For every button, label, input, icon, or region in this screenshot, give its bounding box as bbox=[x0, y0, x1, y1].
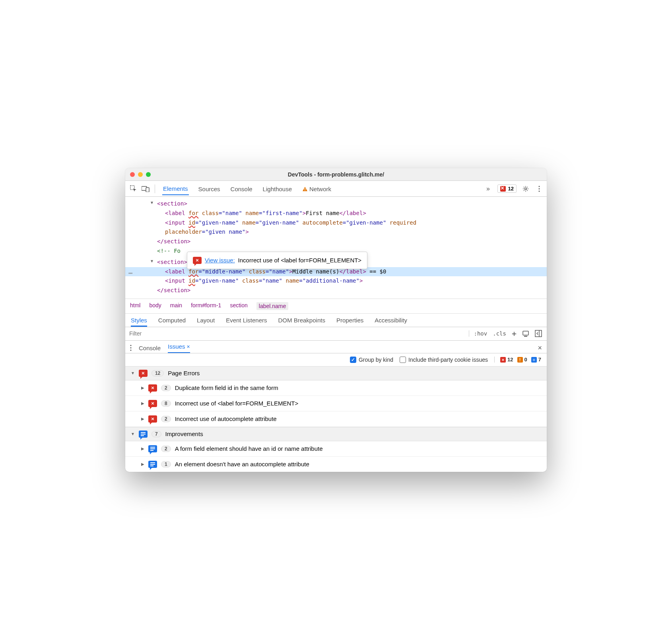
close-window-button[interactable] bbox=[130, 172, 135, 177]
dom-tree[interactable]: ▼ <section> <label for class="name" name… bbox=[125, 197, 547, 299]
issue-group-header[interactable]: ▼ × 12 Page Errors bbox=[125, 366, 547, 380]
more-tabs-button[interactable]: » bbox=[484, 184, 493, 193]
breadcrumb-item[interactable]: section bbox=[230, 302, 247, 310]
error-count[interactable]: ×12 bbox=[500, 357, 513, 363]
dom-breadcrumb: html body main form#form-1 section label… bbox=[125, 299, 547, 314]
settings-icon[interactable] bbox=[521, 184, 530, 193]
warning-icon bbox=[302, 186, 308, 192]
breadcrumb-item[interactable]: main bbox=[170, 302, 182, 310]
warning-count[interactable]: !0 bbox=[517, 357, 527, 363]
breadcrumb-item[interactable]: html bbox=[130, 302, 140, 310]
issues-counter[interactable]: 12 bbox=[497, 184, 517, 193]
dom-node[interactable]: <input id="given-name" name="given-name"… bbox=[125, 218, 547, 228]
issue-counts: ×12 !0 ≡7 bbox=[494, 357, 541, 363]
svg-rect-3 bbox=[305, 188, 305, 190]
svg-point-14 bbox=[130, 347, 132, 349]
zoom-window-button[interactable] bbox=[146, 172, 151, 177]
issue-tooltip: × View issue: Incorrect use of <label fo… bbox=[187, 252, 367, 269]
svg-point-8 bbox=[539, 190, 540, 192]
caret-down-icon: ▼ bbox=[131, 432, 135, 436]
svg-rect-4 bbox=[305, 190, 305, 191]
main-toolbar: Elements Sources Console Lighthouse Netw… bbox=[125, 181, 547, 197]
minimize-window-button[interactable] bbox=[138, 172, 143, 177]
issue-row[interactable]: ▶ 2 A form field element should have an … bbox=[125, 441, 547, 457]
caret-right-icon: ▶ bbox=[141, 417, 144, 421]
error-speech-icon: × bbox=[148, 415, 157, 423]
expand-toggle-icon[interactable]: ▼ bbox=[151, 258, 153, 264]
styles-toolbar: :hov .cls + bbox=[125, 327, 547, 341]
rendering-emulations-icon[interactable] bbox=[522, 330, 529, 337]
hov-toggle[interactable]: :hov bbox=[474, 330, 487, 337]
device-toolbar-icon[interactable] bbox=[140, 184, 151, 194]
info-speech-icon bbox=[148, 461, 157, 468]
close-tab-icon[interactable]: × bbox=[187, 343, 190, 350]
view-issue-link[interactable]: View issue: bbox=[205, 255, 235, 266]
caret-right-icon: ▶ bbox=[141, 446, 144, 451]
caret-right-icon: ▶ bbox=[141, 462, 144, 466]
svg-rect-11 bbox=[535, 330, 542, 337]
include-third-party-checkbox[interactable]: Include third-party cookie issues bbox=[400, 357, 488, 363]
issue-row[interactable]: ▶ × 2 Duplicate form field id in the sam… bbox=[125, 380, 547, 396]
error-speech-icon: × bbox=[148, 384, 157, 392]
window-title: DevTools - form-problems.glitch.me/ bbox=[125, 171, 547, 178]
subtab-accessibility[interactable]: Accessibility bbox=[375, 317, 407, 324]
caret-right-icon: ▶ bbox=[141, 401, 144, 405]
info-count[interactable]: ≡7 bbox=[531, 357, 541, 363]
drawer-close-icon[interactable]: × bbox=[538, 344, 542, 352]
dom-node-continuation[interactable]: placeholder="given name"> bbox=[125, 227, 547, 237]
svg-point-7 bbox=[539, 188, 540, 189]
drawer-tab-issues[interactable]: Issues × bbox=[168, 343, 190, 353]
caret-down-icon: ▼ bbox=[131, 371, 135, 375]
panel-tabs: Elements Sources Console Lighthouse Netw… bbox=[162, 182, 332, 195]
subtab-computed[interactable]: Computed bbox=[158, 317, 186, 324]
expand-toggle-icon[interactable]: ▼ bbox=[151, 199, 153, 206]
computed-sidebar-icon[interactable] bbox=[535, 330, 542, 337]
error-icon bbox=[500, 186, 506, 192]
tab-network[interactable]: Network bbox=[301, 182, 332, 195]
subtab-styles[interactable]: Styles bbox=[131, 317, 147, 327]
dom-node[interactable]: <input id="given-name" class="name" name… bbox=[125, 276, 547, 286]
tab-sources[interactable]: Sources bbox=[198, 182, 221, 195]
more-options-icon[interactable] bbox=[535, 184, 544, 193]
drawer-tab-console[interactable]: Console bbox=[139, 345, 161, 351]
subtab-properties[interactable]: Properties bbox=[336, 317, 363, 324]
subtab-dom-breakpoints[interactable]: DOM Breakpoints bbox=[278, 317, 325, 324]
new-style-rule-icon[interactable]: + bbox=[512, 329, 517, 338]
issue-row[interactable]: ▶ × 2 Incorrect use of autocomplete attr… bbox=[125, 411, 547, 427]
svg-rect-9 bbox=[523, 331, 528, 335]
dom-node[interactable]: </section> bbox=[125, 286, 547, 295]
issue-row[interactable]: ▶ × 8 Incorrect use of <label for=FORM_E… bbox=[125, 396, 547, 411]
caret-right-icon: ▶ bbox=[141, 386, 144, 390]
svg-point-15 bbox=[130, 350, 132, 351]
issue-row[interactable]: ▶ 1 An element doesn't have an autocompl… bbox=[125, 457, 547, 472]
dom-node[interactable]: <label for class="name" name="first-name… bbox=[125, 209, 547, 218]
breadcrumb-item[interactable]: body bbox=[149, 302, 161, 310]
dom-node[interactable]: </section> bbox=[125, 237, 547, 246]
group-by-kind-checkbox[interactable]: ✓ Group by kind bbox=[350, 357, 393, 363]
error-speech-icon: × bbox=[148, 400, 157, 407]
cls-toggle[interactable]: .cls bbox=[493, 330, 506, 337]
subtab-layout[interactable]: Layout bbox=[197, 317, 215, 324]
tab-lighthouse[interactable]: Lighthouse bbox=[262, 182, 293, 195]
breadcrumb-item[interactable]: form#form-1 bbox=[191, 302, 221, 310]
svg-point-5 bbox=[525, 188, 527, 190]
breadcrumb-item-current[interactable]: label.name bbox=[256, 302, 289, 310]
inspect-element-icon[interactable] bbox=[128, 184, 139, 194]
styles-filter-input[interactable] bbox=[125, 330, 469, 337]
svg-point-13 bbox=[130, 345, 132, 346]
svg-rect-2 bbox=[146, 188, 149, 192]
traffic-lights bbox=[130, 172, 151, 177]
separator bbox=[155, 184, 155, 193]
drawer-tabs: Console Issues × × bbox=[125, 341, 547, 353]
subtab-event-listeners[interactable]: Event Listeners bbox=[226, 317, 267, 324]
tab-elements[interactable]: Elements bbox=[162, 182, 189, 195]
info-speech-icon bbox=[148, 445, 157, 452]
dom-node[interactable]: ▼ <section> bbox=[125, 199, 547, 209]
titlebar: DevTools - form-problems.glitch.me/ bbox=[125, 168, 547, 181]
drawer-more-icon[interactable] bbox=[130, 345, 132, 351]
issue-group-header[interactable]: ▼ 7 Improvements bbox=[125, 427, 547, 441]
error-speech-icon: × bbox=[139, 370, 148, 377]
tab-console[interactable]: Console bbox=[230, 182, 253, 195]
svg-point-6 bbox=[539, 186, 540, 187]
issues-toolbar: ✓ Group by kind Include third-party cook… bbox=[125, 353, 547, 366]
